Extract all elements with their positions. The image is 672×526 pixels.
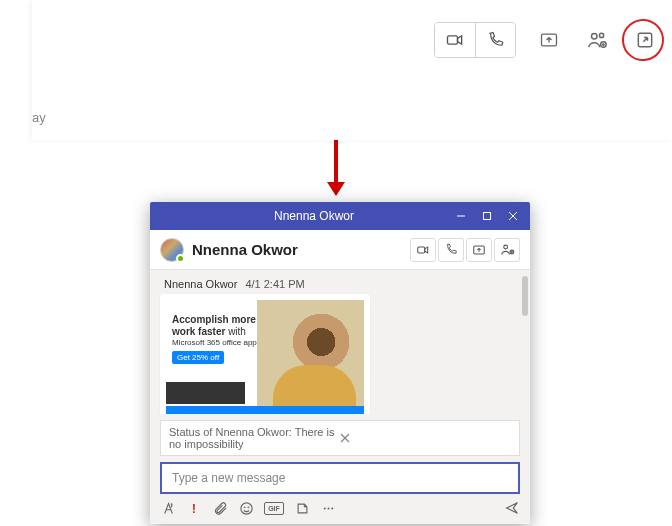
scrollbar[interactable] bbox=[522, 276, 528, 408]
chat-header: Nnenna Okwor bbox=[150, 230, 530, 270]
svg-rect-7 bbox=[484, 213, 491, 220]
window-titlebar[interactable]: Nnenna Okwor bbox=[150, 202, 530, 230]
truncated-day-label: ay bbox=[32, 110, 46, 125]
more-icon bbox=[321, 501, 336, 516]
sticker-icon bbox=[295, 501, 310, 516]
header-audio-call-button[interactable] bbox=[438, 238, 464, 262]
svg-rect-0 bbox=[448, 36, 458, 44]
people-add-icon bbox=[586, 29, 608, 51]
emoji-button[interactable] bbox=[238, 500, 254, 516]
message-meta: Nnenna Okwor 4/1 2:41 PM bbox=[164, 278, 520, 290]
compose-box[interactable] bbox=[160, 462, 520, 494]
close-icon bbox=[508, 211, 518, 221]
status-text: Status of Nnenna Okwor: There is no impo… bbox=[169, 426, 340, 450]
format-button[interactable] bbox=[160, 500, 176, 516]
message-list[interactable]: Nnenna Okwor 4/1 2:41 PM digitalskillup … bbox=[150, 270, 530, 414]
svg-point-17 bbox=[244, 506, 245, 507]
promo-footer-blue bbox=[166, 406, 364, 414]
svg-point-19 bbox=[323, 507, 325, 509]
top-chat-header-panel: ay bbox=[32, 0, 672, 140]
more-button[interactable] bbox=[320, 500, 336, 516]
close-icon bbox=[340, 433, 350, 443]
popout-chat-window: Nnenna Okwor Nnenna Okwor bbox=[150, 202, 530, 524]
add-people-button[interactable] bbox=[582, 25, 612, 55]
popout-button-highlight bbox=[630, 25, 660, 55]
chat-contact-name: Nnenna Okwor bbox=[192, 241, 402, 258]
avatar[interactable] bbox=[160, 238, 184, 262]
message-bubble[interactable]: digitalskillup Accomplish more work fast… bbox=[160, 294, 370, 414]
call-button-group bbox=[434, 22, 516, 58]
svg-point-2 bbox=[592, 34, 598, 40]
people-add-icon bbox=[500, 242, 515, 257]
arrow-shaft bbox=[334, 140, 338, 182]
composer-area: Status of Nnenna Okwor: There is no impo… bbox=[150, 414, 530, 524]
window-title: Nnenna Okwor bbox=[180, 209, 448, 223]
promo-image: digitalskillup Accomplish more work fast… bbox=[166, 300, 364, 414]
popout-chat-button[interactable] bbox=[630, 25, 660, 55]
promo-chip: Get 25% off bbox=[172, 351, 224, 364]
attach-button[interactable] bbox=[212, 500, 228, 516]
header-video-call-button[interactable] bbox=[410, 238, 436, 262]
emoji-icon bbox=[239, 501, 254, 516]
share-screen-button[interactable] bbox=[534, 25, 564, 55]
compose-toolbar: ! GIF bbox=[160, 494, 520, 516]
video-icon bbox=[416, 243, 430, 257]
share-screen-icon bbox=[539, 30, 559, 50]
window-maximize-button[interactable] bbox=[474, 202, 500, 230]
header-share-screen-button[interactable] bbox=[466, 238, 492, 262]
arrow-head-down-icon bbox=[327, 182, 345, 196]
top-toolbar bbox=[434, 22, 660, 58]
svg-point-20 bbox=[327, 507, 329, 509]
svg-point-12 bbox=[503, 245, 507, 249]
svg-rect-10 bbox=[418, 247, 425, 253]
promo-footer-dark bbox=[166, 382, 245, 404]
phone-icon bbox=[487, 31, 505, 49]
gif-button[interactable]: GIF bbox=[264, 502, 284, 515]
svg-point-21 bbox=[331, 507, 333, 509]
video-call-button[interactable] bbox=[435, 23, 475, 57]
promo-text-block: Accomplish more work faster with Microso… bbox=[172, 314, 263, 364]
window-minimize-button[interactable] bbox=[448, 202, 474, 230]
message-timestamp: 4/1 2:41 PM bbox=[245, 278, 304, 290]
status-banner: Status of Nnenna Okwor: There is no impo… bbox=[160, 420, 520, 456]
status-dismiss-button[interactable] bbox=[340, 433, 511, 443]
send-icon bbox=[504, 499, 520, 517]
minimize-icon bbox=[456, 211, 466, 221]
presence-available-icon bbox=[176, 254, 185, 263]
svg-point-16 bbox=[240, 502, 251, 513]
popout-icon bbox=[635, 30, 655, 50]
sticker-button[interactable] bbox=[294, 500, 310, 516]
paperclip-icon bbox=[213, 501, 228, 516]
instruction-arrow bbox=[327, 140, 345, 196]
compose-input[interactable] bbox=[170, 470, 510, 486]
svg-point-3 bbox=[599, 33, 603, 37]
promo-line2-suffix: with bbox=[225, 326, 246, 337]
promo-line2: work faster bbox=[172, 326, 225, 337]
send-button[interactable] bbox=[504, 500, 520, 516]
scrollbar-thumb[interactable] bbox=[522, 276, 528, 316]
chat-header-actions bbox=[410, 238, 520, 262]
video-icon bbox=[445, 30, 465, 50]
share-screen-icon bbox=[472, 243, 486, 257]
maximize-icon bbox=[482, 211, 492, 221]
promo-line3: Microsoft 365 office apps bbox=[172, 338, 261, 347]
audio-call-button[interactable] bbox=[475, 23, 515, 57]
header-add-people-button[interactable] bbox=[494, 238, 520, 262]
message-author: Nnenna Okwor bbox=[164, 278, 237, 290]
window-close-button[interactable] bbox=[500, 202, 526, 230]
priority-button[interactable]: ! bbox=[186, 500, 202, 516]
phone-icon bbox=[445, 243, 458, 256]
svg-point-18 bbox=[248, 506, 249, 507]
format-icon bbox=[161, 501, 176, 516]
promo-line1: Accomplish more bbox=[172, 314, 263, 326]
